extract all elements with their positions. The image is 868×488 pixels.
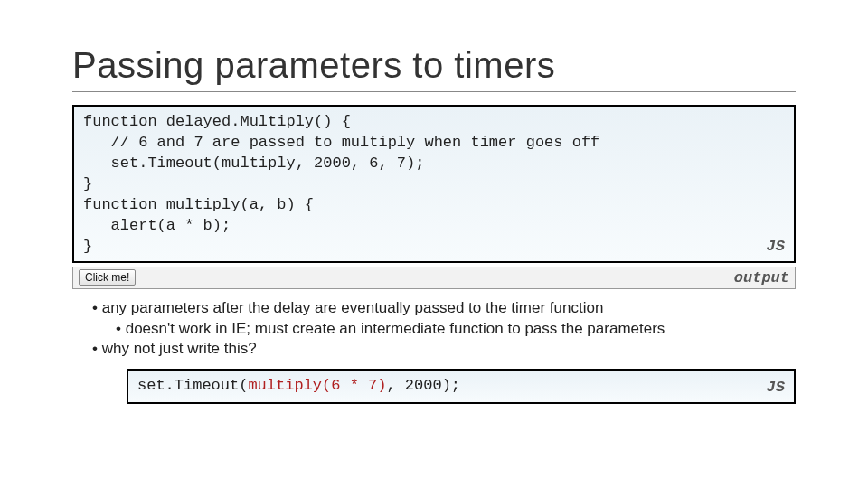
code-text: , 2000); xyxy=(386,377,460,394)
code-line: function delayed.Multiply() { xyxy=(83,112,785,133)
code-line: } xyxy=(83,174,785,195)
code-block-1: function delayed.Multiply() { // 6 and 7… xyxy=(72,105,796,263)
language-tag: JS xyxy=(767,378,785,399)
bullet-list: any parameters after the delay are event… xyxy=(92,298,796,361)
slide-container: Passing parameters to timers function de… xyxy=(0,0,868,444)
bullet-text: why not just write this? xyxy=(102,340,257,357)
bullet-item: any parameters after the delay are event… xyxy=(92,298,796,319)
code-line: } xyxy=(83,237,785,258)
output-row: Click me! output xyxy=(72,267,796,289)
code-line: set.Timeout(multiply, 2000, 6, 7); xyxy=(83,154,785,174)
bullet-text: doesn't work in IE; must create an inter… xyxy=(126,320,665,337)
title-underline xyxy=(72,91,796,92)
bullet-item: why not just write this? xyxy=(92,339,796,360)
code-text: set.Timeout( xyxy=(137,377,248,394)
slide-title: Passing parameters to timers xyxy=(72,45,796,86)
code-line: function multiply(a, b) { xyxy=(83,195,785,216)
code-highlight: multiply(6 * 7) xyxy=(248,377,386,394)
click-me-button[interactable]: Click me! xyxy=(79,269,136,286)
language-tag: JS xyxy=(767,237,785,258)
code-line: alert(a * b); xyxy=(83,216,785,237)
code-block-2: set.Timeout(multiply(6 * 7), 2000); JS xyxy=(127,369,796,404)
bullet-text: any parameters after the delay are event… xyxy=(102,299,604,316)
bullet-item-sub: doesn't work in IE; must create an inter… xyxy=(116,319,796,340)
output-label: output xyxy=(734,269,789,286)
code-line: // 6 and 7 are passed to multiply when t… xyxy=(83,133,785,154)
